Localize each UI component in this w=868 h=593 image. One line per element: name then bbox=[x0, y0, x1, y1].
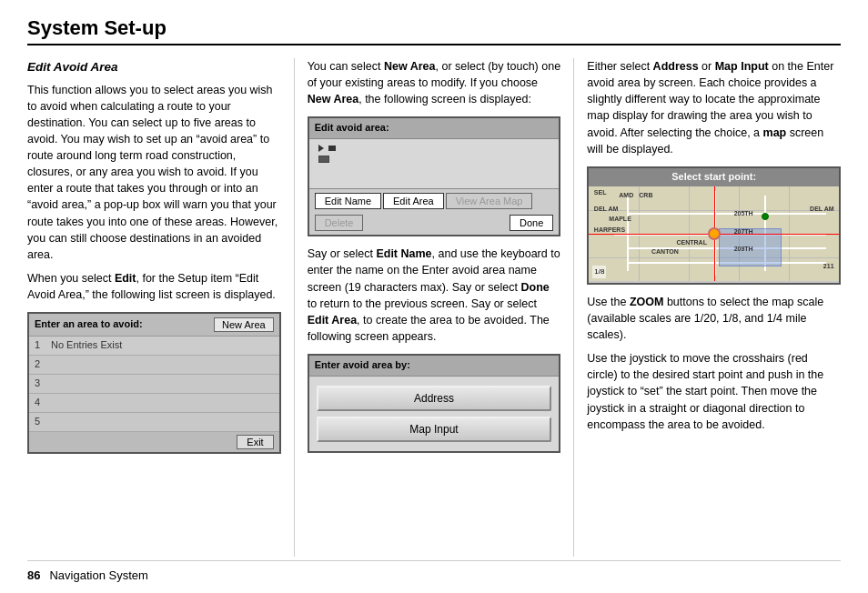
avoid-screen-row-3: 3 bbox=[29, 375, 279, 394]
row-num-3: 3 bbox=[35, 377, 51, 391]
avoid-screen-row-1: 1 No Entries Exist bbox=[29, 337, 279, 356]
list-item-arrow bbox=[315, 143, 554, 154]
new-area-button[interactable]: New Area bbox=[214, 317, 274, 332]
road-label-1: DEL AM bbox=[594, 205, 618, 214]
column-2: You can select New Area, or select (by t… bbox=[294, 58, 574, 557]
map-input-option[interactable]: Map Input bbox=[317, 417, 552, 442]
edit-avoid-buttons: Edit Name Edit Area View Area Map bbox=[309, 189, 560, 213]
col3-para2: Use the ZOOM buttons to select the map s… bbox=[587, 294, 841, 343]
road-label-207th: 207TH bbox=[734, 227, 753, 236]
row-num-5: 5 bbox=[35, 415, 51, 429]
edit-area-button[interactable]: Edit Area bbox=[383, 193, 444, 209]
footer-nav-system: Navigation System bbox=[49, 568, 147, 582]
page-title: System Set-up bbox=[27, 16, 841, 45]
road-label-211: 211 bbox=[823, 262, 834, 271]
avoid-by-screen: Enter avoid area by: Address Map Input bbox=[308, 354, 561, 453]
edit-name-button[interactable]: Edit Name bbox=[315, 193, 381, 209]
road-label-canton: CANTON bbox=[651, 247, 679, 256]
road-label-209th: 209TH bbox=[734, 245, 753, 254]
address-option[interactable]: Address bbox=[317, 386, 552, 411]
avoid-screen-title: Enter an area to avoid: bbox=[35, 317, 143, 332]
avoid-screen-row-2: 2 bbox=[29, 356, 279, 375]
column-3: Either select Address or Map Input on th… bbox=[573, 58, 841, 557]
rect-icon bbox=[318, 156, 329, 163]
content-area: Edit Avoid Area This function allows you… bbox=[27, 58, 841, 557]
section-title-edit-avoid: Edit Avoid Area bbox=[27, 58, 281, 76]
target-circle bbox=[708, 227, 721, 240]
road-label-central: CENTRAL bbox=[676, 238, 706, 247]
avoid-by-header: Enter avoid area by: bbox=[309, 356, 560, 377]
done-button[interactable]: Done bbox=[510, 215, 553, 231]
road-label-amd: AMD bbox=[619, 191, 633, 200]
avoid-screen-footer: Exit bbox=[29, 432, 279, 452]
avoid-screen-row-4: 4 bbox=[29, 394, 279, 413]
page-number: 86 bbox=[27, 568, 40, 582]
square-icon bbox=[328, 146, 336, 151]
avoid-by-body: Address Map Input bbox=[309, 377, 560, 451]
map-marker-green bbox=[762, 213, 769, 220]
map-body: DEL AM DEL AM 205TH 207TH 209TH 211 HARP… bbox=[589, 186, 839, 281]
delete-button[interactable]: Delete bbox=[315, 215, 364, 231]
avoid-screen-header: Enter an area to avoid: New Area bbox=[29, 314, 279, 337]
col1-para2: When you select Edit, for the Setup item… bbox=[27, 270, 281, 303]
road-label-crb: CRB bbox=[639, 191, 652, 200]
edit-avoid-header: Edit avoid area: bbox=[309, 118, 560, 139]
exit-button[interactable]: Exit bbox=[237, 435, 273, 449]
avoid-screen-row-5: 5 bbox=[29, 413, 279, 432]
edit-avoid-screen: Edit avoid area: Edit Name Edit Area Vie… bbox=[308, 116, 561, 236]
edit-avoid-list-area bbox=[309, 139, 560, 189]
row-text-1: No Entries Exist bbox=[51, 338, 122, 353]
map-screen-title: Select start point: bbox=[589, 168, 839, 186]
scale-label: 1/8 bbox=[592, 266, 606, 278]
road-label-205th: 205TH bbox=[734, 209, 753, 218]
road-label-sel: SEL bbox=[594, 188, 607, 197]
road-label-maple: MAPLE bbox=[609, 215, 631, 224]
avoid-screen: Enter an area to avoid: New Area 1 No En… bbox=[27, 312, 281, 454]
road-label-2: DEL AM bbox=[810, 205, 833, 214]
row-num-4: 4 bbox=[35, 396, 51, 410]
page-container: System Set-up Edit Avoid Area This funct… bbox=[0, 0, 868, 593]
view-area-map-button[interactable]: View Area Map bbox=[446, 193, 533, 209]
page-footer: 86 Navigation System bbox=[27, 560, 841, 582]
col3-para3: Use the joystick to move the crosshairs … bbox=[587, 350, 841, 433]
col2-para2: Say or select Edit Name, and use the key… bbox=[308, 246, 561, 345]
row-num-2: 2 bbox=[35, 357, 51, 372]
column-1: Edit Avoid Area This function allows you… bbox=[27, 58, 294, 557]
col1-para1: This function allows you to select areas… bbox=[27, 82, 281, 263]
col2-intro: You can select New Area, or select (by t… bbox=[308, 58, 561, 107]
map-screen: Select start point: bbox=[587, 166, 841, 285]
col3-para1: Either select Address or Map Input on th… bbox=[587, 58, 841, 157]
list-item-rect bbox=[315, 154, 554, 165]
arrow-icon bbox=[318, 145, 324, 152]
row-num-1: 1 bbox=[35, 338, 51, 353]
